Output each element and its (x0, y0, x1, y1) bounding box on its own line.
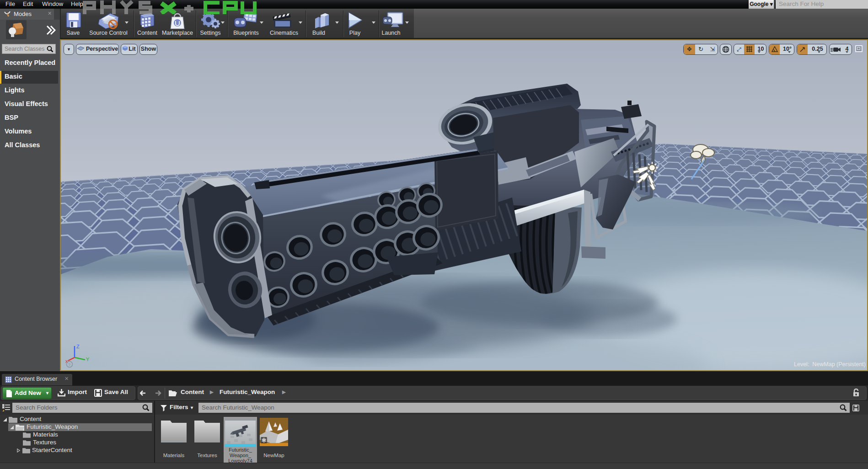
svg-text:Y: Y (86, 357, 90, 362)
svg-text:✱: ✱ (261, 437, 267, 444)
svg-text:Z: Z (76, 344, 80, 349)
svg-text:Level: NewMap (Persistent): Level: NewMap (Persistent) (794, 361, 866, 368)
svg-text:?: ? (68, 362, 70, 367)
